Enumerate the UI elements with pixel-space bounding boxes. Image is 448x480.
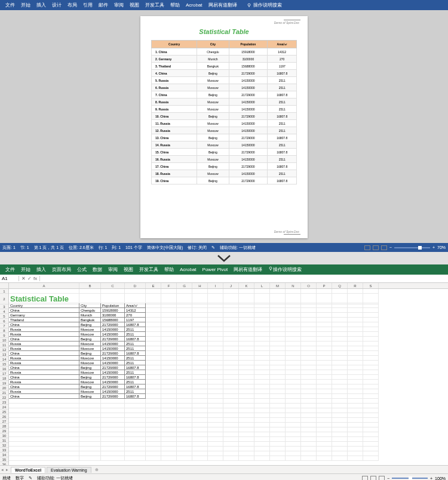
- row-header[interactable]: 11: [0, 343, 8, 347]
- cell[interactable]: [9, 413, 79, 418]
- cell[interactable]: Moscow: [79, 370, 101, 375]
- cell[interactable]: [286, 442, 301, 447]
- row-header[interactable]: 19: [0, 381, 8, 386]
- cell[interactable]: [317, 337, 332, 341]
- cell[interactable]: [286, 389, 301, 394]
- cell[interactable]: [146, 404, 161, 408]
- cell[interactable]: [223, 389, 239, 394]
- col-headers[interactable]: ABCDEFGHIJKLMNOPQRS: [9, 283, 448, 289]
- cell[interactable]: [208, 322, 223, 327]
- cell[interactable]: [348, 399, 363, 404]
- cell[interactable]: Area/㎡: [125, 303, 146, 308]
- cell[interactable]: 16807.8: [125, 394, 146, 399]
- cell[interactable]: [254, 361, 270, 365]
- cell[interactable]: [239, 447, 254, 451]
- cell[interactable]: [254, 346, 270, 351]
- row-header[interactable]: 34: [0, 453, 8, 457]
- cell[interactable]: [161, 346, 177, 351]
- cell[interactable]: [286, 408, 301, 413]
- cell[interactable]: Bangkok: [79, 318, 101, 322]
- cell[interactable]: [146, 427, 161, 432]
- cell[interactable]: [317, 327, 332, 332]
- cell[interactable]: [363, 318, 379, 322]
- cell[interactable]: [146, 370, 161, 375]
- col-header[interactable]: R: [348, 283, 363, 288]
- menu-item[interactable]: 页面布局: [49, 266, 74, 273]
- cell[interactable]: [177, 313, 192, 318]
- cell[interactable]: [254, 427, 270, 432]
- cell[interactable]: [270, 365, 286, 370]
- cell[interactable]: 14150000: [101, 361, 125, 365]
- cell[interactable]: [239, 327, 254, 332]
- cell[interactable]: [317, 408, 332, 413]
- cell[interactable]: [286, 313, 301, 318]
- row-header[interactable]: 14: [0, 357, 8, 362]
- cell[interactable]: 21729000: [101, 384, 125, 389]
- cell[interactable]: [177, 337, 192, 341]
- cell[interactable]: [79, 413, 101, 418]
- cell[interactable]: [223, 404, 239, 408]
- cell[interactable]: [348, 308, 363, 313]
- cell[interactable]: [223, 432, 239, 437]
- row-header[interactable]: 13: [0, 352, 8, 357]
- cell[interactable]: [177, 384, 192, 389]
- cell[interactable]: [317, 451, 332, 456]
- cell[interactable]: 21729000: [101, 365, 125, 370]
- cell[interactable]: [317, 437, 332, 442]
- zoom-slider[interactable]: [392, 478, 428, 479]
- cell[interactable]: [79, 408, 101, 413]
- cell[interactable]: [301, 456, 317, 461]
- cell[interactable]: [161, 447, 177, 451]
- cell[interactable]: [146, 289, 161, 294]
- cell[interactable]: [146, 380, 161, 384]
- cell[interactable]: [239, 351, 254, 356]
- cell[interactable]: [363, 447, 379, 451]
- cell[interactable]: [270, 313, 286, 318]
- cell[interactable]: [223, 337, 239, 341]
- cell[interactable]: [146, 389, 161, 394]
- cell[interactable]: [192, 289, 208, 294]
- cell[interactable]: [317, 299, 332, 303]
- cell[interactable]: [177, 442, 192, 447]
- cell[interactable]: [301, 303, 317, 308]
- row-header[interactable]: 3: [0, 304, 8, 309]
- cell[interactable]: [146, 399, 161, 404]
- cell[interactable]: [348, 361, 363, 365]
- cell[interactable]: Moscow: [79, 361, 101, 365]
- cell[interactable]: [9, 289, 79, 294]
- cell[interactable]: [254, 389, 270, 394]
- cell[interactable]: [286, 351, 301, 356]
- cell[interactable]: [125, 399, 146, 404]
- cell[interactable]: [192, 432, 208, 437]
- cell[interactable]: [101, 299, 125, 303]
- cell[interactable]: [254, 437, 270, 442]
- cell[interactable]: [208, 289, 223, 294]
- cell[interactable]: [317, 447, 332, 451]
- cell[interactable]: [363, 351, 379, 356]
- cell[interactable]: [177, 404, 192, 408]
- cell[interactable]: [301, 361, 317, 365]
- cell[interactable]: [270, 337, 286, 341]
- cell[interactable]: [332, 432, 348, 437]
- cell[interactable]: [270, 423, 286, 427]
- cell[interactable]: 16807.8: [125, 365, 146, 370]
- cell[interactable]: [223, 442, 239, 447]
- row-headers[interactable]: 1234567891011121314151617181920212223242…: [0, 283, 9, 465]
- cell[interactable]: [332, 327, 348, 332]
- cell[interactable]: [223, 308, 239, 313]
- menu-item[interactable]: 开发工具: [142, 2, 167, 8]
- cell[interactable]: [177, 423, 192, 427]
- cell[interactable]: [208, 318, 223, 322]
- cell[interactable]: [286, 432, 301, 437]
- cell[interactable]: [192, 451, 208, 456]
- cell[interactable]: [79, 299, 101, 303]
- cell[interactable]: [223, 447, 239, 451]
- menu-item[interactable]: Power Pivot: [200, 267, 231, 272]
- cell[interactable]: 15688000: [101, 318, 125, 322]
- cell[interactable]: [208, 404, 223, 408]
- cell[interactable]: [348, 394, 363, 399]
- cell[interactable]: 2511: [125, 370, 146, 375]
- cell[interactable]: [332, 404, 348, 408]
- cell[interactable]: [363, 423, 379, 427]
- cell[interactable]: [208, 356, 223, 361]
